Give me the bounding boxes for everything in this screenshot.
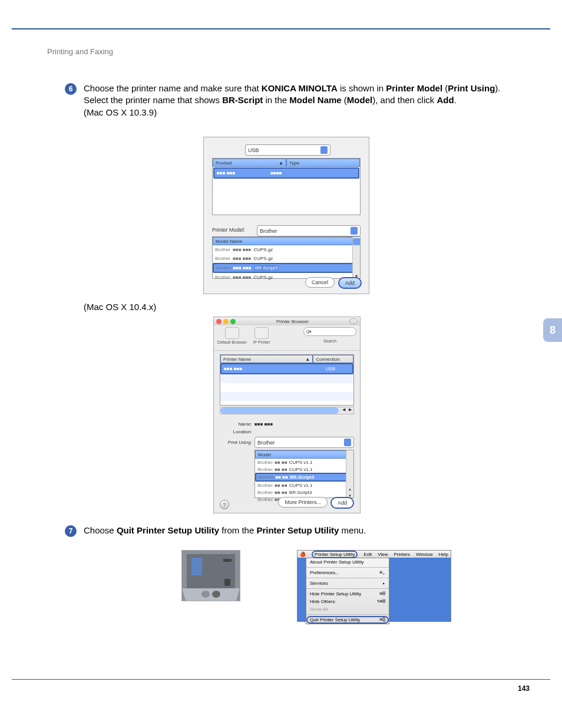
- h-scrollbar[interactable]: ◀▶: [220, 407, 354, 414]
- step-bullet-6: 6: [65, 83, 77, 95]
- cell: Brother ■■ ■■: [259, 475, 288, 480]
- model-row-selected[interactable]: Brother ■■■ ■■■ BR-Script3: [213, 263, 360, 273]
- scrollbar[interactable]: ▼: [352, 237, 360, 278]
- selection-outline: ■■■ ■■■ USB: [220, 363, 353, 374]
- print-using-select[interactable]: Brother: [254, 437, 354, 448]
- globe-icon: [254, 327, 269, 339]
- printer-list[interactable]: Printer Name ▲ Connection ■■■ ■■■ USB: [220, 354, 354, 406]
- screenshot-104x: Printer Browser Default Browser IP Print…: [213, 317, 361, 513]
- search-input[interactable]: Q▾: [303, 327, 356, 336]
- printer-model-select[interactable]: Brother: [257, 225, 361, 236]
- shortcut: ⌘H: [379, 591, 385, 597]
- text: ), and then click: [372, 95, 437, 105]
- submenu-arrow-icon: ▸: [382, 581, 385, 586]
- help-button[interactable]: ?: [220, 500, 229, 509]
- printers-menu[interactable]: Printers: [394, 552, 410, 557]
- help-menu[interactable]: Help: [438, 552, 448, 557]
- model-list[interactable]: Model Brother ■■ ■■ CUPS v1.1 Brother ■■…: [254, 450, 354, 498]
- cell: BR-Script3: [254, 265, 279, 271]
- step-7-text: Choose Quit Printer Setup Utility from t…: [84, 525, 366, 536]
- text: menu.: [339, 525, 366, 535]
- product-row[interactable]: ■■■ ■■■ ■■■■: [214, 169, 358, 177]
- col-product[interactable]: Product ▲: [213, 159, 286, 167]
- model-row-selected[interactable]: Brother ■■ ■■ BR-Script3: [255, 473, 353, 482]
- close-icon[interactable]: [216, 319, 222, 324]
- connection-value: USB: [248, 147, 259, 153]
- name-value: ■■■ ■■■: [254, 421, 273, 427]
- model-row[interactable]: Brother ■■ ■■ CUPS v1.1: [255, 459, 353, 466]
- cell: ■■ ■■: [275, 483, 287, 488]
- edit-menu[interactable]: Edit: [363, 552, 372, 557]
- col-type[interactable]: Type: [286, 159, 360, 167]
- window-menu[interactable]: Window: [416, 552, 432, 557]
- search-label: Search: [323, 339, 336, 343]
- hide-item[interactable]: Hide Printer Setup Utility⌘H: [306, 590, 389, 598]
- more-printers-button[interactable]: More Printers...: [278, 497, 328, 508]
- cell: ■■ ■■: [275, 467, 287, 472]
- about-item[interactable]: About Printer Setup Utility: [306, 558, 389, 566]
- text-bold: Print Using: [448, 83, 495, 93]
- connection-select[interactable]: USB: [245, 144, 330, 156]
- view-menu[interactable]: View: [378, 552, 388, 557]
- cell: Brother: [257, 490, 273, 495]
- text: (: [442, 83, 448, 93]
- col-printer-name[interactable]: Printer Name ▲: [220, 355, 313, 363]
- svg-point-5: [201, 591, 210, 598]
- step-bullet-7: 7: [65, 525, 77, 537]
- printer-model-label: Printer Model:: [212, 227, 245, 233]
- text-bold: Printer Setup Utility: [256, 525, 339, 535]
- model-row[interactable]: Brother ■■ ■■ CUPS v1.1: [255, 482, 353, 489]
- services-item[interactable]: Services▸: [306, 579, 389, 587]
- cell: Brother: [257, 467, 273, 472]
- cancel-button[interactable]: Cancel: [305, 277, 335, 288]
- cell: Brother: [215, 247, 230, 252]
- cell: ■■■ ■■■: [233, 275, 251, 280]
- traffic-lights[interactable]: [216, 319, 236, 324]
- printer-model-value: Brother: [260, 228, 277, 234]
- product-list[interactable]: Product ▲ Type ■■■ ■■■ ■■■■: [212, 158, 361, 215]
- add-button[interactable]: Add: [330, 497, 354, 509]
- model-list[interactable]: Model Name Brother ■■■ ■■■ CUPS.gz Broth…: [212, 236, 361, 279]
- model-row[interactable]: Brother ■■■ ■■■ CUPS.gz: [213, 254, 360, 263]
- default-browser-button[interactable]: Default Browser: [217, 327, 247, 344]
- toolbar-pill-icon[interactable]: [349, 318, 358, 324]
- printer-row[interactable]: ■■■ ■■■ USB: [222, 364, 352, 373]
- col-connection[interactable]: Connection: [313, 355, 353, 363]
- header-rule: [12, 28, 550, 29]
- divider: [306, 614, 389, 615]
- shortcut: ⌘,: [379, 570, 385, 575]
- label: Services: [310, 581, 328, 586]
- text-bold: BR-Script: [222, 95, 263, 105]
- col-model[interactable]: Model: [255, 450, 353, 459]
- label: Default Browser: [217, 340, 247, 344]
- window-titlebar[interactable]: Printer Browser: [214, 317, 360, 325]
- chapter-tab: 8: [543, 318, 562, 342]
- printer-row[interactable]: [220, 374, 353, 383]
- ip-printer-button[interactable]: IP Printer: [247, 327, 276, 344]
- breadcrumb: Printing and Faxing: [47, 47, 113, 56]
- minimize-icon[interactable]: [223, 319, 229, 324]
- prefs-item[interactable]: Preferences...⌘,: [306, 569, 389, 577]
- zoom-icon[interactable]: [230, 319, 236, 324]
- svg-rect-3: [223, 559, 232, 562]
- apple-icon[interactable]: 🍎: [300, 552, 306, 557]
- svg-rect-2: [191, 558, 202, 575]
- shortcut: ⌥⌘H: [377, 599, 385, 604]
- printer-row[interactable]: [220, 392, 353, 401]
- add-button[interactable]: Add: [338, 277, 362, 289]
- text: Choose the printer name and make sure th…: [84, 83, 262, 93]
- step-6: 6 Choose the printer name and make sure …: [65, 83, 525, 118]
- col-model-name[interactable]: Model Name: [213, 237, 360, 245]
- printer-row[interactable]: [220, 383, 353, 392]
- screenshot-1039: USB Product ▲ Type ■■■ ■■■ ■■■■ Printer …: [203, 137, 369, 294]
- scrollbar[interactable]: ▲▼: [346, 450, 353, 498]
- cell: Brother: [215, 256, 230, 261]
- model-row[interactable]: Brother ■■ ■■ BR-Script3: [255, 489, 353, 496]
- app-menu[interactable]: Printer Setup Utility: [312, 551, 358, 558]
- model-row[interactable]: Brother ■■■ ■■■ CUPS.gz: [213, 245, 360, 254]
- quit-item[interactable]: Quit Printer Setup Utility⌘Q: [306, 616, 389, 624]
- model-row[interactable]: Brother ■■ ■■ CUPS v1.1: [255, 466, 353, 473]
- hide-others-item[interactable]: Hide Others⌥⌘H: [306, 598, 389, 605]
- menubar: 🍎 Printer Setup Utility Edit View Printe…: [297, 551, 451, 558]
- cell: Brother: [257, 497, 273, 502]
